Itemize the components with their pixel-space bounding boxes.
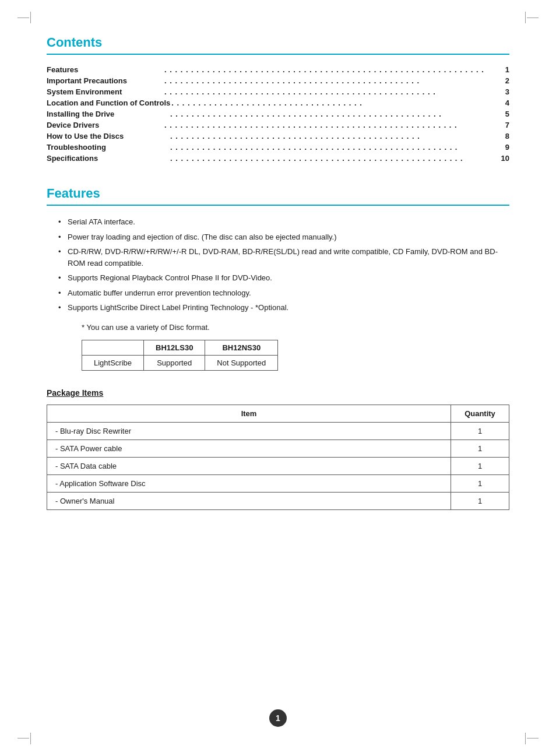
corner-mark-bl-h <box>17 738 29 739</box>
package-item-2: - SATA Data cable <box>47 457 451 474</box>
ls-col1-header <box>82 340 144 355</box>
toc-label-specifications: Specifications <box>47 154 169 163</box>
toc-item-system-env: System Environment . . . . . . . . . . .… <box>47 87 509 96</box>
toc-item-device-drivers: Device Drivers . . . . . . . . . . . . .… <box>47 121 509 129</box>
ls-col3-header: BH12NS30 <box>205 340 278 355</box>
toc-label-system-env: System Environment <box>47 87 163 96</box>
package-col2-header: Quantity <box>451 405 509 422</box>
corner-mark-br-h <box>527 738 539 739</box>
toc-dots-specifications: . . . . . . . . . . . . . . . . . . . . … <box>170 154 500 163</box>
package-items-heading: Package Items <box>47 388 509 398</box>
toc-item-location: Location and Function of Controls . . . … <box>47 99 509 107</box>
package-qty-2: 1 <box>451 457 509 474</box>
feature-item-1: Power tray loading and ejection of disc.… <box>58 231 509 243</box>
toc-item-how-to-use: How to Use the Discs . . . . . . . . . .… <box>47 132 509 140</box>
toc-page-specifications: 10 <box>501 154 509 163</box>
features-heading: Features <box>47 186 509 201</box>
toc-dots-device-drivers: . . . . . . . . . . . . . . . . . . . . … <box>164 121 504 129</box>
toc-dots-installing: . . . . . . . . . . . . . . . . . . . . … <box>170 110 504 118</box>
toc-section: Contents Features . . . . . . . . . . . … <box>47 35 509 163</box>
toc-page-features: 1 <box>505 65 509 74</box>
ls-table-row: LightScribe Supported Not Supported <box>82 355 278 370</box>
page: Contents Features . . . . . . . . . . . … <box>0 0 556 756</box>
feature-item-0: Serial ATA interface. <box>58 216 509 228</box>
toc-label-troubleshooting: Troubleshooting <box>47 143 169 152</box>
table-row: - Blu-ray Disc Rewriter 1 <box>47 422 509 439</box>
feature-item-2: CD-R/RW, DVD-R/RW/+R/RW/+/-R DL, DVD-RAM… <box>58 246 509 269</box>
page-number: 1 <box>269 709 287 727</box>
toc-item-installing: Installing the Drive . . . . . . . . . .… <box>47 110 509 118</box>
table-row: - Application Software Disc 1 <box>47 474 509 492</box>
package-section: Package Items Item Quantity - Blu-ray Di… <box>47 388 509 510</box>
corner-mark-tl-v <box>30 12 31 23</box>
toc-dots-how-to-use: . . . . . . . . . . . . . . . . . . . . … <box>170 132 504 140</box>
toc-label-how-to-use: How to Use the Discs <box>47 132 169 140</box>
corner-mark-br-v <box>525 733 526 744</box>
features-section: Features Serial ATA interface. Power tra… <box>47 186 509 371</box>
table-row: - Owner's Manual 1 <box>47 492 509 509</box>
features-divider <box>47 205 509 206</box>
contents-heading: Contents <box>47 35 509 50</box>
toc-page-system-env: 3 <box>505 87 509 96</box>
toc-dots-location: . . . . . . . . . . . . . . . . . . . . … <box>171 99 504 107</box>
package-table-header-row: Item Quantity <box>47 405 509 422</box>
package-qty-1: 1 <box>451 439 509 457</box>
corner-mark-tl-h <box>17 17 29 18</box>
feature-item-4: Automatic buffer underrun error preventi… <box>58 287 509 299</box>
toc-dots-precautions: . . . . . . . . . . . . . . . . . . . . … <box>164 76 504 85</box>
toc-item-troubleshooting: Troubleshooting . . . . . . . . . . . . … <box>47 143 509 152</box>
corner-mark-tr-h <box>527 17 539 18</box>
corner-mark-bl-v <box>30 733 31 744</box>
features-note: * You can use a variety of Disc format. <box>82 323 509 332</box>
table-row: - SATA Power cable 1 <box>47 439 509 457</box>
package-item-0: - Blu-ray Disc Rewriter <box>47 422 451 439</box>
toc-dots-troubleshooting: . . . . . . . . . . . . . . . . . . . . … <box>170 143 504 152</box>
toc-page-installing: 5 <box>505 110 509 118</box>
package-item-4: - Owner's Manual <box>47 492 451 509</box>
ls-row-val-bh12ns30: Not Supported <box>205 355 278 370</box>
package-item-1: - SATA Power cable <box>47 439 451 457</box>
toc-item-features: Features . . . . . . . . . . . . . . . .… <box>47 65 509 74</box>
package-col1-header: Item <box>47 405 451 422</box>
page-number-container: 1 <box>269 709 287 727</box>
toc-page-troubleshooting: 9 <box>505 143 509 152</box>
ls-row-val-bh12ls30: Supported <box>144 355 205 370</box>
corner-mark-tr-v <box>525 12 526 23</box>
package-qty-0: 1 <box>451 422 509 439</box>
contents-divider <box>47 54 509 55</box>
toc-page-precautions: 2 <box>505 76 509 85</box>
package-items-table: Item Quantity - Blu-ray Disc Rewriter 1 … <box>47 405 509 510</box>
package-item-3: - Application Software Disc <box>47 474 451 492</box>
toc-label-device-drivers: Device Drivers <box>47 121 163 129</box>
ls-table-header-row: BH12LS30 BH12NS30 <box>82 340 278 355</box>
toc-label-installing: Installing the Drive <box>47 110 169 118</box>
features-list: Serial ATA interface. Power tray loading… <box>58 216 509 314</box>
toc-page-device-drivers: 7 <box>505 121 509 129</box>
package-qty-3: 1 <box>451 474 509 492</box>
feature-item-3: Supports Regional Playback Control Phase… <box>58 272 509 284</box>
toc-page-how-to-use: 8 <box>505 132 509 140</box>
toc-label-precautions: Important Precautions <box>47 76 163 85</box>
toc-item-precautions: Important Precautions . . . . . . . . . … <box>47 76 509 85</box>
toc-item-specifications: Specifications . . . . . . . . . . . . .… <box>47 154 509 163</box>
lightscribe-table: BH12LS30 BH12NS30 LightScribe Supported … <box>82 340 278 371</box>
feature-item-5: Supports LightScribe Direct Label Printi… <box>58 302 509 314</box>
toc-page-location: 4 <box>505 99 509 107</box>
toc-dots-system-env: . . . . . . . . . . . . . . . . . . . . … <box>164 87 504 96</box>
toc-label-features: Features <box>47 65 163 74</box>
toc-label-location: Location and Function of Controls <box>47 99 170 107</box>
table-row: - SATA Data cable 1 <box>47 457 509 474</box>
toc-dots-features: . . . . . . . . . . . . . . . . . . . . … <box>164 65 504 74</box>
package-qty-4: 1 <box>451 492 509 509</box>
ls-row-label: LightScribe <box>82 355 144 370</box>
ls-col2-header: BH12LS30 <box>144 340 205 355</box>
